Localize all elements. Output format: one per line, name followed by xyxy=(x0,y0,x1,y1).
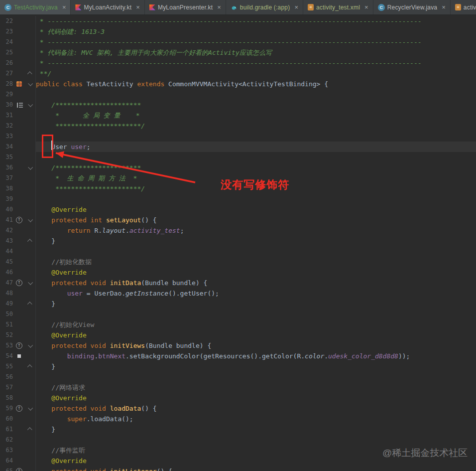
code-line-50[interactable]: 50 xyxy=(0,309,476,319)
override-method-icon[interactable]: ↑ xyxy=(16,468,22,471)
line-number[interactable]: 42 xyxy=(0,225,13,236)
line-number[interactable]: 39 xyxy=(0,194,13,204)
gutter[interactable]: 30 xyxy=(0,100,36,110)
code-line-30[interactable]: 30 /********************** xyxy=(0,100,476,110)
line-number[interactable]: 33 xyxy=(0,131,13,142)
gutter[interactable]: 54 xyxy=(0,351,36,361)
code-line-41[interactable]: 41↑ protected int setLayout() { xyxy=(0,215,476,225)
line-number[interactable]: 61 xyxy=(0,424,13,435)
gutter[interactable]: 37 xyxy=(0,173,36,183)
fold-marker-icon[interactable] xyxy=(27,71,32,76)
gutter[interactable]: 29 xyxy=(0,89,36,100)
code-line-28[interactable]: 28public class TestActivity extends Comm… xyxy=(0,79,476,89)
code-line-29[interactable]: 29 xyxy=(0,89,476,100)
code-line-44[interactable]: 44 xyxy=(0,246,476,257)
gutter[interactable]: 27 xyxy=(0,68,36,79)
code-line-55[interactable]: 55 } xyxy=(0,361,476,372)
tab-build-gradle-app[interactable]: build.gradle (:app)× xyxy=(226,0,303,14)
line-number[interactable]: 46 xyxy=(0,267,13,278)
line-number[interactable]: 27 xyxy=(0,68,13,79)
fold-marker-icon[interactable] xyxy=(27,427,32,432)
line-number[interactable]: 56 xyxy=(0,372,13,382)
code-line-34[interactable]: 34 User user; xyxy=(0,142,476,152)
gutter[interactable]: 61 xyxy=(0,424,36,435)
line-number[interactable]: 23 xyxy=(0,26,13,37)
code-line-65[interactable]: 65↑ protected void initListener() { xyxy=(0,466,476,471)
line-number[interactable]: 51 xyxy=(0,319,13,330)
gutter[interactable]: 26 xyxy=(0,58,36,68)
code-line-22[interactable]: 22 * -----------------------------------… xyxy=(0,16,476,26)
code-line-35[interactable]: 35 xyxy=(0,152,476,162)
fold-marker-icon[interactable] xyxy=(28,102,33,107)
gutter[interactable]: 60 xyxy=(0,414,36,424)
code-line-36[interactable]: 36 /********************** xyxy=(0,162,476,173)
override-method-icon[interactable]: ↑ xyxy=(16,280,22,286)
tab-activity-test-xml[interactable]: ≡activity_test.xml× xyxy=(303,0,373,14)
code-editor[interactable]: 22 * -----------------------------------… xyxy=(0,15,476,471)
gutter[interactable]: 45 xyxy=(0,257,36,267)
gutter[interactable]: 46 xyxy=(0,267,36,278)
line-number[interactable]: 44 xyxy=(0,246,13,257)
line-number[interactable]: 62 xyxy=(0,435,13,445)
line-number[interactable]: 22 xyxy=(0,16,13,26)
code-line-48[interactable]: 48 user = UserDao.getInstance().getUser(… xyxy=(0,288,476,299)
fold-marker-icon[interactable] xyxy=(27,239,32,244)
gutter[interactable]: 57 xyxy=(0,382,36,393)
code-line-53[interactable]: 53↑ protected void initViews(Bundle bund… xyxy=(0,340,476,351)
code-line-58[interactable]: 58 @Override xyxy=(0,393,476,403)
line-number[interactable]: 52 xyxy=(0,330,13,340)
tab-close-icon[interactable]: × xyxy=(136,4,140,10)
override-method-icon[interactable]: ↑ xyxy=(16,405,22,412)
line-number[interactable]: 45 xyxy=(0,257,13,267)
line-number[interactable]: 53 xyxy=(0,340,13,351)
gutter[interactable]: 59↑ xyxy=(0,403,36,414)
fold-marker-icon[interactable] xyxy=(28,81,33,86)
gutter[interactable]: 64 xyxy=(0,456,36,466)
tab-testactivity-java[interactable]: CTestActivity.java× xyxy=(0,0,71,14)
gutter[interactable]: 53↑ xyxy=(0,340,36,351)
code-line-54[interactable]: 54 binding.btnNext.setBackgroundColor(ge… xyxy=(0,351,476,361)
gutter[interactable]: 49 xyxy=(0,299,36,309)
line-number[interactable]: 25 xyxy=(0,47,13,58)
code-line-62[interactable]: 62 xyxy=(0,435,476,445)
tab-recyclerview-java[interactable]: CRecyclerView.java× xyxy=(373,0,451,14)
gutter[interactable]: 36 xyxy=(0,162,36,173)
code-line-43[interactable]: 43 } xyxy=(0,236,476,246)
gutter[interactable]: 42 xyxy=(0,225,36,236)
tab-close-icon[interactable]: × xyxy=(62,4,66,10)
code-line-26[interactable]: 26 * -----------------------------------… xyxy=(0,58,476,68)
line-number[interactable]: 43 xyxy=(0,236,13,246)
code-line-25[interactable]: 25 * 代码备注: MVC 架构, 主要用于向大家介绍一个好看的Activit… xyxy=(0,47,476,58)
code-line-24[interactable]: 24 * -----------------------------------… xyxy=(0,37,476,47)
code-line-40[interactable]: 40 @Override xyxy=(0,204,476,215)
code-line-32[interactable]: 32 **********************/ xyxy=(0,121,476,131)
fold-marker-icon[interactable] xyxy=(28,217,33,222)
line-number[interactable]: 48 xyxy=(0,288,13,299)
code-line-52[interactable]: 52 @Override xyxy=(0,330,476,340)
gutter[interactable]: 33 xyxy=(0,131,36,142)
gutter[interactable]: 62 xyxy=(0,435,36,445)
line-number[interactable]: 28 xyxy=(0,79,13,89)
code-line-51[interactable]: 51 //初始化View xyxy=(0,319,476,330)
code-line-59[interactable]: 59↑ protected void loadData() { xyxy=(0,403,476,414)
gutter[interactable]: 51 xyxy=(0,319,36,330)
override-method-icon[interactable]: ↑ xyxy=(16,342,22,349)
gutter[interactable]: 63 xyxy=(0,445,36,456)
gutter[interactable]: 41↑ xyxy=(0,215,36,225)
code-line-61[interactable]: 61 } xyxy=(0,424,476,435)
code-line-45[interactable]: 45 //初始化数据 xyxy=(0,257,476,267)
line-number[interactable]: 64 xyxy=(0,456,13,466)
tab-close-icon[interactable]: × xyxy=(217,4,221,10)
line-number[interactable]: 36 xyxy=(0,162,13,173)
fold-marker-icon[interactable] xyxy=(28,406,33,411)
line-number[interactable]: 38 xyxy=(0,183,13,194)
gutter[interactable]: 39 xyxy=(0,194,36,204)
tab-close-icon[interactable]: × xyxy=(364,4,368,10)
fold-marker-icon[interactable] xyxy=(28,343,33,348)
code-line-33[interactable]: 33 xyxy=(0,131,476,142)
tab-activ[interactable]: ≡activ× xyxy=(451,0,476,14)
fold-marker-icon[interactable] xyxy=(27,364,32,369)
gutter[interactable]: 34 xyxy=(0,142,36,152)
gutter[interactable]: 31 xyxy=(0,110,36,121)
code-line-60[interactable]: 60 super.loadData(); xyxy=(0,414,476,424)
